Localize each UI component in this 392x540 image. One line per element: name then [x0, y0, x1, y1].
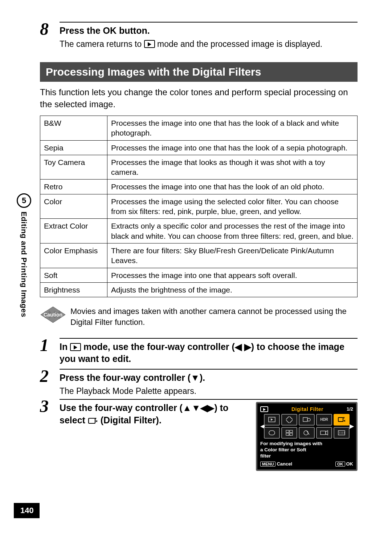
svg-rect-16 — [320, 431, 326, 435]
svg-marker-5 — [271, 418, 273, 421]
palette-icon-redeye — [334, 427, 350, 439]
table-row: Color EmphasisThere are four filters: Sk… — [40, 243, 358, 268]
camera-lcd-preview: Digital Filter 1/2 ◀ HDR — [256, 402, 358, 471]
svg-rect-18 — [338, 431, 345, 435]
step-number: 3 — [40, 398, 60, 415]
lcd-right-arrow: ▶ — [350, 423, 353, 430]
playback-mode-icon — [70, 343, 81, 351]
table-row: ColorProcesses the image using the selec… — [40, 194, 358, 219]
section-intro: This function lets you change the color … — [40, 86, 358, 110]
palette-icon-rotate — [281, 414, 297, 426]
svg-rect-11 — [286, 430, 289, 432]
section-heading: Processing Images with the Digital Filte… — [40, 62, 358, 82]
table-row: Toy CameraProcesses the image that looks… — [40, 155, 358, 180]
svg-rect-7 — [303, 418, 307, 422]
step-title: Press the OK button. — [60, 25, 358, 37]
ok-button-label: OK — [103, 25, 117, 36]
lcd-left-arrow: ◀ — [260, 423, 264, 430]
palette-icon-digital-filter — [334, 414, 350, 426]
table-row: Extract ColorExtracts only a specific co… — [40, 219, 358, 243]
step-number: 1 — [40, 337, 60, 354]
step-number: 8 — [40, 20, 60, 38]
lcd-title: Digital Filter — [291, 406, 323, 412]
playback-mode-icon — [260, 406, 268, 412]
svg-text:Caution: Caution — [44, 312, 62, 318]
step-number: 2 — [40, 367, 60, 385]
table-row: RetroProcesses the image into one that h… — [40, 180, 358, 194]
lcd-page-indicator: 1/2 — [347, 406, 353, 412]
filter-table: B&WProcesses the image into one that has… — [40, 116, 358, 297]
page-number: 140 — [14, 503, 40, 518]
svg-marker-17 — [326, 431, 328, 435]
palette-icon-movieedit — [316, 427, 332, 439]
chapter-label: Editing and Printing Images — [20, 211, 28, 317]
playback-mode-icon — [144, 40, 155, 48]
step-3: 3 Use the four-way controller (▲▼◀▶) to … — [40, 399, 358, 471]
table-row: SoftProcesses the image into one that ap… — [40, 268, 358, 282]
caution-note: Caution Movies and images taken with ano… — [40, 306, 358, 327]
caution-text: Movies and images taken with another cam… — [70, 306, 358, 327]
svg-rect-9 — [338, 418, 343, 422]
palette-icon-hdr: HDR — [316, 414, 332, 426]
step-8: 8 Press the OK button. The camera return… — [40, 22, 358, 50]
svg-rect-10 — [269, 431, 275, 435]
svg-rect-6 — [286, 416, 293, 423]
step-description: The Playback Mode Palette appears. — [60, 386, 358, 397]
svg-point-15 — [304, 431, 308, 435]
chapter-number-badge: 5 — [17, 193, 31, 208]
palette-icon-smallface — [299, 414, 315, 426]
ok-button-label: OK — [335, 462, 345, 467]
svg-rect-3 — [89, 418, 95, 423]
lcd-footer: MENUCancel OKOK — [260, 461, 353, 467]
digital-filter-icon — [88, 416, 98, 424]
step-title: Use the four-way controller (▲▼◀▶) to se… — [60, 402, 248, 427]
palette-icon-collage — [281, 427, 297, 439]
chapter-tab: 5 Editing and Printing Images — [15, 193, 33, 317]
step-2: 2 Press the four-way controller (▼). The… — [40, 369, 358, 397]
menu-button-label: MENU — [260, 462, 275, 467]
table-row: B&WProcesses the image into one that has… — [40, 116, 358, 140]
step-description: The camera returns to mode and the proce… — [60, 39, 358, 50]
manual-page: 5 Editing and Printing Images 140 8 Pres… — [0, 0, 392, 540]
caution-icon: Caution — [40, 306, 66, 323]
step-1: 1 In mode, use the four-way controller (… — [40, 338, 358, 367]
lcd-palette-grid: HDR — [264, 414, 350, 439]
table-row: BrightnessAdjusts the brightness of the … — [40, 282, 358, 297]
palette-icon-slideshow — [264, 414, 280, 426]
lcd-help-text: For modifying images with a Color filter… — [260, 441, 353, 459]
svg-rect-12 — [290, 430, 293, 432]
palette-icon-inkrubbing — [264, 427, 280, 439]
step-title: In mode, use the four-way controller (◀ … — [60, 341, 358, 366]
step-title: Press the four-way controller (▼). — [60, 372, 358, 384]
svg-point-8 — [307, 418, 310, 421]
table-row: SepiaProcesses the image into one that h… — [40, 140, 358, 155]
palette-icon-frame — [299, 427, 315, 439]
